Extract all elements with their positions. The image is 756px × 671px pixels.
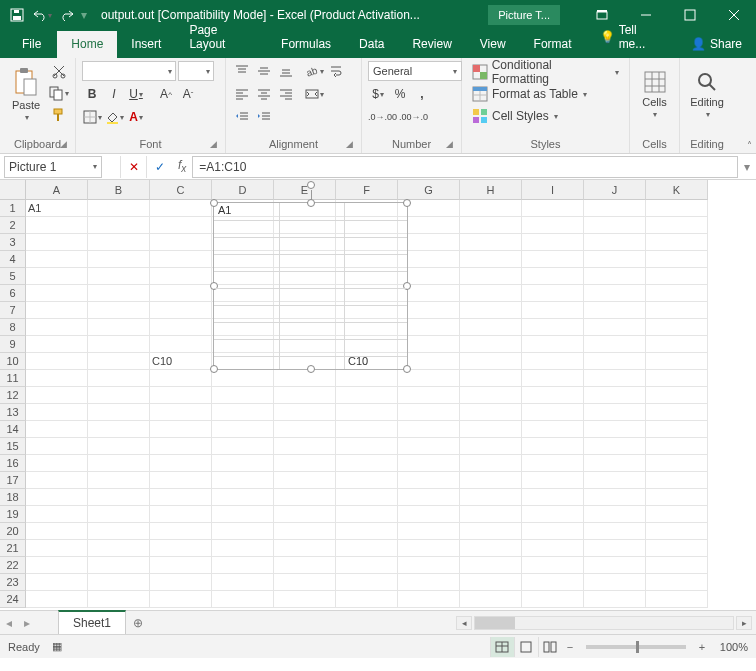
cell[interactable] (88, 591, 150, 608)
italic-button[interactable]: I (104, 84, 124, 104)
resize-handle[interactable] (403, 365, 411, 373)
cell[interactable] (460, 523, 522, 540)
enter-formula-button[interactable]: ✓ (146, 156, 172, 178)
dialog-launcher-icon[interactable]: ◢ (60, 139, 67, 149)
cell[interactable] (522, 200, 584, 217)
cell[interactable] (460, 506, 522, 523)
cell[interactable] (584, 472, 646, 489)
cell[interactable] (584, 438, 646, 455)
scroll-thumb[interactable] (475, 617, 515, 629)
paste-button[interactable]: Paste▾ (6, 61, 46, 127)
cancel-formula-button[interactable]: ✕ (120, 156, 146, 178)
cell[interactable] (26, 421, 88, 438)
cell[interactable] (584, 540, 646, 557)
cell[interactable] (274, 591, 336, 608)
cell[interactable] (398, 421, 460, 438)
row-header[interactable]: 13 (0, 404, 26, 421)
column-header[interactable]: I (522, 180, 584, 200)
format-as-table-button[interactable]: Format as Table▾ (468, 83, 623, 105)
cell[interactable] (336, 438, 398, 455)
cell[interactable] (584, 200, 646, 217)
cell[interactable] (646, 540, 708, 557)
cell[interactable] (522, 489, 584, 506)
cell[interactable] (336, 506, 398, 523)
cell[interactable] (646, 353, 708, 370)
cell[interactable] (26, 438, 88, 455)
cell[interactable] (150, 200, 212, 217)
dialog-launcher-icon[interactable]: ◢ (446, 139, 453, 149)
cell-styles-button[interactable]: Cell Styles▾ (468, 105, 623, 127)
cell[interactable] (212, 506, 274, 523)
column-header[interactable]: J (584, 180, 646, 200)
cut-button[interactable] (48, 61, 69, 81)
horizontal-scrollbar[interactable]: ◂ ▸ (150, 616, 756, 630)
row-header[interactable]: 15 (0, 438, 26, 455)
cell[interactable] (522, 370, 584, 387)
cell[interactable] (584, 353, 646, 370)
row-header[interactable]: 16 (0, 455, 26, 472)
decrease-indent-button[interactable] (232, 107, 252, 127)
cell[interactable] (274, 438, 336, 455)
cell[interactable] (646, 489, 708, 506)
cell[interactable] (460, 489, 522, 506)
cell[interactable] (460, 557, 522, 574)
row-header[interactable]: 24 (0, 591, 26, 608)
sheet-tab-active[interactable]: Sheet1 (58, 610, 126, 634)
cell[interactable] (150, 540, 212, 557)
cell[interactable] (88, 353, 150, 370)
dialog-launcher-icon[interactable]: ◢ (346, 139, 353, 149)
cell[interactable] (646, 404, 708, 421)
cell[interactable] (584, 319, 646, 336)
cell[interactable] (274, 489, 336, 506)
select-all-triangle[interactable] (0, 180, 26, 200)
cell[interactable] (212, 472, 274, 489)
cell[interactable] (646, 200, 708, 217)
cell[interactable] (646, 370, 708, 387)
cell[interactable] (88, 455, 150, 472)
font-name-combo[interactable]: ▾ (82, 61, 176, 81)
row-header[interactable]: 7 (0, 302, 26, 319)
cell[interactable] (150, 455, 212, 472)
font-color-button[interactable]: A▾ (126, 107, 146, 127)
cell[interactable] (150, 438, 212, 455)
cell[interactable] (150, 285, 212, 302)
cells-button[interactable]: Cells▾ (636, 61, 673, 127)
column-header[interactable]: H (460, 180, 522, 200)
row-header[interactable]: 23 (0, 574, 26, 591)
decrease-decimal-button[interactable]: .00→.0 (399, 107, 428, 127)
align-center-button[interactable] (254, 84, 274, 104)
cell[interactable] (646, 217, 708, 234)
tab-view[interactable]: View (466, 31, 520, 58)
cell[interactable] (150, 421, 212, 438)
copy-button[interactable]: ▾ (48, 83, 69, 103)
cell[interactable] (26, 302, 88, 319)
cell[interactable] (584, 404, 646, 421)
cell[interactable] (522, 523, 584, 540)
cell[interactable] (88, 404, 150, 421)
column-header[interactable]: D (212, 180, 274, 200)
cell[interactable] (274, 523, 336, 540)
grow-font-button[interactable]: A^ (156, 84, 176, 104)
cell[interactable] (522, 353, 584, 370)
cell[interactable] (522, 319, 584, 336)
cell[interactable] (88, 387, 150, 404)
worksheet-area[interactable]: ABCDEFGHIJK 1234567891011121314151617181… (0, 180, 756, 610)
close-button[interactable] (712, 0, 756, 30)
cell[interactable] (522, 438, 584, 455)
cell[interactable] (212, 438, 274, 455)
formula-input[interactable]: =A1:C10 (192, 156, 738, 178)
cell[interactable] (584, 506, 646, 523)
column-header[interactable]: K (646, 180, 708, 200)
cell[interactable] (26, 251, 88, 268)
row-header[interactable]: 10 (0, 353, 26, 370)
cell[interactable] (398, 455, 460, 472)
redo-icon[interactable] (56, 4, 78, 26)
increase-decimal-button[interactable]: .0→.00 (368, 107, 397, 127)
cell[interactable] (646, 438, 708, 455)
cell[interactable] (460, 540, 522, 557)
cell[interactable] (212, 557, 274, 574)
cell[interactable] (646, 387, 708, 404)
cell[interactable] (150, 268, 212, 285)
cell[interactable] (212, 404, 274, 421)
row-header[interactable]: 17 (0, 472, 26, 489)
